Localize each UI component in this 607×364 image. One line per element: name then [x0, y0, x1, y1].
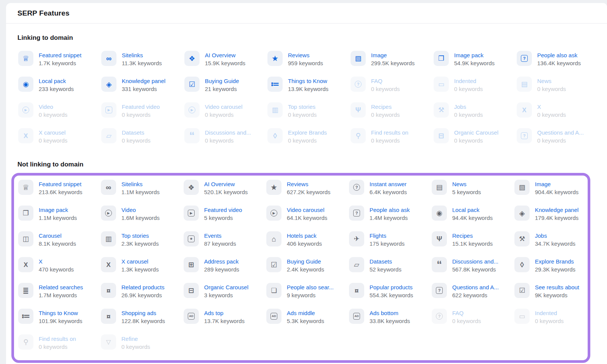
explore-brands-icon: ◊: [267, 128, 283, 143]
feature-label[interactable]: Address pack: [204, 257, 239, 265]
feature-label[interactable]: Organic Carousel: [204, 283, 248, 291]
feature-label: Featured video: [122, 103, 160, 111]
feature-label[interactable]: People also ask: [537, 51, 581, 59]
serp-feature-image: ▧Image904.4K keywords: [514, 180, 588, 206]
feature-label[interactable]: Things to Know: [288, 77, 329, 85]
serp-feature-ads-top: ADAds top13.7K keywords: [184, 309, 266, 334]
feature-count: 289 keywords: [204, 265, 239, 273]
top-stories-icon: ▥: [101, 231, 116, 246]
feature-label[interactable]: People also ask: [370, 206, 410, 214]
popular-products-icon: ¤: [349, 283, 364, 298]
feature-label[interactable]: News: [452, 180, 481, 188]
page-title: SERP Features: [17, 9, 69, 17]
feature-label[interactable]: Ads top: [204, 309, 245, 317]
feature-label[interactable]: Explore Brands: [535, 257, 576, 265]
feature-label[interactable]: Reviews: [287, 180, 330, 188]
feature-label[interactable]: Carousel: [39, 232, 76, 240]
jobs-icon: ⚒: [514, 231, 530, 246]
feature-count: 904.4K keywords: [535, 188, 579, 196]
serp-feature-featured-video: ▶Featured video5 keywords: [184, 206, 266, 231]
feature-label[interactable]: Top stories: [121, 232, 159, 240]
section-title-linking: Linking to domain: [17, 34, 607, 42]
feature-label[interactable]: Shopping ads: [121, 309, 165, 317]
feature-label[interactable]: Ads middle: [287, 309, 324, 317]
feature-label[interactable]: Featured snippet: [39, 180, 82, 188]
feature-count: 2.4K keywords: [287, 265, 324, 273]
feature-count: 1.3K keywords: [121, 265, 159, 273]
feature-label[interactable]: X carousel: [121, 257, 159, 265]
organic-carousel-icon: ⊟: [184, 283, 199, 298]
serp-features-card: SERP Features Linking to domain ♕Feature…: [6, 3, 607, 364]
serp-feature-local-pack: ◉Local pack94.4K keywords: [432, 206, 514, 231]
serp-feature-hotels-pack: ⌂Hotels pack406 keywords: [266, 231, 349, 257]
feature-label[interactable]: Local pack: [39, 77, 74, 85]
feature-label: FAQ: [452, 309, 481, 317]
serp-feature-indented: ▭Indented0 keywords: [514, 309, 588, 334]
feature-label[interactable]: Reviews: [288, 51, 323, 59]
feature-label[interactable]: Instant answer: [370, 180, 407, 188]
feature-label[interactable]: Sitelinks: [122, 51, 162, 59]
feature-label[interactable]: Flights: [370, 232, 405, 240]
feature-label: X carousel: [39, 129, 68, 136]
feature-label[interactable]: Image: [371, 51, 415, 59]
serp-feature-x: XX470 keywords: [18, 257, 101, 283]
feature-label[interactable]: Knowledge panel: [535, 206, 579, 214]
feature-label[interactable]: Buying Guide: [287, 257, 324, 265]
feature-label[interactable]: Video carousel: [287, 206, 327, 214]
feature-label[interactable]: See results about: [535, 283, 579, 291]
feature-label[interactable]: Image: [535, 180, 579, 188]
feature-label[interactable]: Datasets: [370, 257, 401, 265]
serp-feature-x: XX0 keywords: [517, 102, 607, 128]
serp-feature-people-also-search: ❏People also sear...9 keywords: [266, 283, 349, 309]
card-body: Linking to domain ♕Featured snippet1.7K …: [6, 34, 607, 363]
serp-feature-image-pack: ❐Image pack1.1M keywords: [18, 206, 101, 231]
feature-count: 9 keywords: [287, 291, 333, 299]
feature-label[interactable]: Related products: [121, 283, 164, 291]
serp-feature-news: ▤News0 keywords: [517, 77, 607, 102]
instant-answer-icon: ?: [349, 180, 364, 195]
faq-icon: ?: [351, 77, 366, 92]
feature-count: 299.5K keywords: [371, 59, 415, 67]
related-products-icon: ¤: [101, 283, 116, 298]
feature-label[interactable]: AI Overview: [204, 180, 248, 188]
x-carousel-icon: X: [18, 128, 33, 143]
feature-label[interactable]: Video: [121, 206, 160, 214]
image-icon: ▧: [514, 180, 530, 195]
feature-label[interactable]: Knowledge panel: [122, 77, 165, 85]
feature-label[interactable]: Buying Guide: [205, 77, 239, 85]
feature-label[interactable]: Related searches: [39, 283, 83, 291]
feature-count: 406 keywords: [287, 240, 322, 248]
feature-label[interactable]: People also sear...: [287, 283, 333, 291]
feature-label[interactable]: Questions and A...: [452, 283, 499, 291]
feature-count: 0 keywords: [122, 111, 160, 119]
ads-middle-icon: AD: [266, 309, 281, 324]
feature-label[interactable]: Local pack: [452, 206, 493, 214]
refine-icon: ▽: [101, 334, 116, 350]
feature-label[interactable]: AI Overview: [205, 51, 245, 59]
feature-label[interactable]: Featured video: [204, 206, 242, 214]
feature-label[interactable]: Popular products: [370, 283, 413, 291]
feature-label[interactable]: Image pack: [454, 51, 495, 59]
feature-count: 0 keywords: [537, 111, 566, 119]
feature-label[interactable]: Recipes: [452, 232, 493, 240]
knowledge-panel-icon: ◈: [514, 206, 530, 221]
feature-count: 0 keywords: [121, 343, 150, 351]
feature-count: 101.9K keywords: [39, 317, 82, 325]
serp-feature-ai-overview: ❖AI Overview15.9K keywords: [184, 51, 267, 77]
feature-label[interactable]: Discussions and...: [452, 257, 498, 265]
feature-label[interactable]: X: [39, 257, 74, 265]
feature-label[interactable]: Featured snippet: [39, 51, 82, 59]
feature-label[interactable]: Image pack: [39, 206, 77, 214]
feature-label[interactable]: Ads bottom: [370, 309, 410, 317]
feature-label[interactable]: Events: [204, 232, 236, 240]
feature-label[interactable]: Things to Know: [39, 309, 82, 317]
serp-feature-datasets: ▱Datasets52 keywords: [349, 257, 432, 283]
feature-count: 0 keywords: [454, 136, 498, 144]
people-also-search-icon: ❏: [266, 283, 281, 298]
serp-feature-instant-answer: ?Instant answer6.4K keywords: [349, 180, 432, 206]
serp-feature-video-carousel: ▶Video carousel64.1K keywords: [266, 206, 349, 231]
news-icon: ▤: [517, 77, 532, 92]
feature-label[interactable]: Jobs: [535, 232, 576, 240]
feature-label[interactable]: Hotels pack: [287, 232, 322, 240]
feature-label[interactable]: Sitelinks: [121, 180, 160, 188]
